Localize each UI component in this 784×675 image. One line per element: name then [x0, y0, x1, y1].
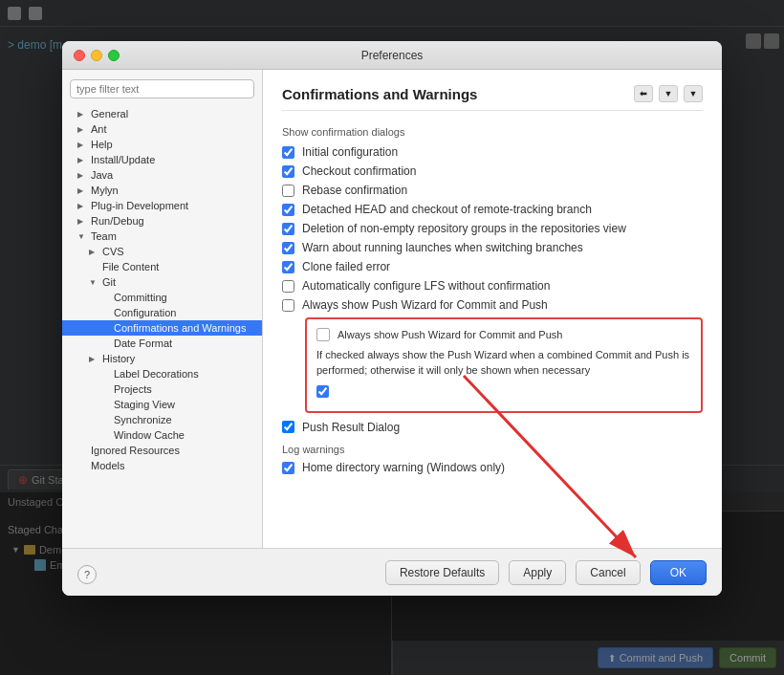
- cancel-button[interactable]: Cancel: [576, 560, 640, 585]
- traffic-lights: [74, 50, 120, 61]
- arrow-icon: ▶: [77, 141, 87, 149]
- sidebar-item-mylyn[interactable]: ▶ Mylyn: [62, 183, 262, 198]
- sidebar-item-run-debug[interactable]: ▶ Run/Debug: [62, 213, 262, 229]
- checkbox-initial-config-input[interactable]: [282, 146, 294, 159]
- sidebar-item-committing[interactable]: Committing: [62, 290, 262, 305]
- sidebar-item-synchronize[interactable]: Synchronize: [62, 412, 262, 427]
- nav-back-icon[interactable]: ⬅: [634, 85, 653, 102]
- ok-button[interactable]: OK: [650, 560, 707, 585]
- apply-label: Apply: [523, 566, 552, 579]
- arrow-icon: ▶: [77, 125, 87, 134]
- checkbox-always-push: Always show Push Wizard for Commit and P…: [282, 298, 703, 312]
- sidebar-item-help[interactable]: ▶ Help: [62, 137, 262, 152]
- sidebar-item-staging-view[interactable]: Staging View: [62, 397, 262, 412]
- checkbox-clone-failed-label: Clone failed error: [302, 260, 390, 273]
- sidebar-item-general[interactable]: ▶ General: [62, 106, 262, 121]
- push-result-row: Push Result Dialog: [282, 421, 703, 434]
- checkbox-detached-head: Detached HEAD and checkout of remote-tra…: [282, 203, 703, 216]
- pref-sidebar: ▶ General ▶ Ant ▶ Help ▶ Install/Update …: [62, 70, 263, 548]
- sidebar-search[interactable]: [70, 79, 254, 98]
- arrow-icon: ▶: [89, 355, 98, 363]
- checkbox-auto-lfs: Automatically configure LFS without conf…: [282, 279, 703, 293]
- checkbox-warn-launches-label: Warn about running launches when switchi…: [302, 241, 583, 254]
- arrow-icon: ▼: [89, 278, 98, 287]
- sidebar-item-java[interactable]: ▶ Java: [62, 167, 262, 183]
- tooltip-header: Always show Push Wizard for Commit and P…: [316, 327, 691, 343]
- checkbox-deletion: Deletion of non-empty repository groups …: [282, 222, 703, 235]
- sidebar-item-team[interactable]: ▼ Team: [62, 229, 262, 244]
- checkbox-home-dir-input[interactable]: [282, 462, 294, 474]
- checkbox-always-push-label: Always show Push Wizard for Commit and P…: [302, 298, 548, 312]
- checkbox-home-dir-label: Home directory warning (Windows only): [302, 461, 505, 474]
- apply-button[interactable]: Apply: [509, 560, 566, 585]
- tooltip-header-text: Always show Push Wizard for Commit and P…: [338, 327, 562, 343]
- close-traffic-light[interactable]: [74, 50, 85, 61]
- checkbox-warn-launches: Warn about running launches when switchi…: [282, 241, 703, 254]
- push-wizard-tooltip: Always show Push Wizard for Commit and P…: [305, 317, 703, 413]
- dialog-title: Preferences: [361, 49, 424, 62]
- checkbox-clone-failed-input[interactable]: [282, 261, 294, 273]
- sidebar-item-confirmations[interactable]: Confirmations and Warnings: [62, 320, 262, 336]
- dialog-footer: ? Restore Defaults Apply Cancel OK: [62, 548, 722, 596]
- checkbox-home-dir: Home directory warning (Windows only): [282, 461, 703, 474]
- modal-overlay: Preferences ▶ General ▶ Ant ▶: [0, 0, 784, 675]
- nav-dropdown-icon[interactable]: ▼: [659, 85, 678, 102]
- cancel-label: Cancel: [590, 566, 625, 579]
- checkbox-inside-tooltip: [316, 384, 691, 398]
- sidebar-item-file-content[interactable]: File Content: [62, 259, 262, 274]
- sidebar-item-ignored-resources[interactable]: Ignored Resources: [62, 443, 262, 458]
- checkbox-clone-failed: Clone failed error: [282, 260, 703, 273]
- arrow-icon: ▶: [77, 217, 87, 226]
- checkbox-rebase-confirm-input[interactable]: [282, 185, 294, 197]
- nav-menu-icon[interactable]: ▼: [684, 85, 703, 102]
- sidebar-item-label-decorations[interactable]: Label Decorations: [62, 366, 262, 381]
- help-button[interactable]: ?: [77, 565, 97, 584]
- content-title-text: Confirmations and Warnings: [282, 86, 477, 102]
- checkbox-detached-head-label: Detached HEAD and checkout of remote-tra…: [302, 203, 592, 216]
- show-confirmation-label: Show confirmation dialogs: [282, 126, 703, 138]
- log-warnings-section-label: Log warnings: [282, 444, 703, 455]
- sidebar-item-models[interactable]: Models: [62, 458, 262, 473]
- checkbox-always-push-input[interactable]: [282, 299, 294, 312]
- sidebar-item-cvs[interactable]: ▶ CVS: [62, 244, 262, 259]
- checkbox-deletion-input[interactable]: [282, 223, 294, 235]
- arrow-icon: ▶: [77, 202, 87, 210]
- restore-defaults-button[interactable]: Restore Defaults: [385, 560, 499, 585]
- checkbox-detached-head-input[interactable]: [282, 204, 294, 216]
- sidebar-item-git[interactable]: ▼ Git: [62, 274, 262, 290]
- maximize-traffic-light[interactable]: [108, 50, 120, 61]
- tooltip-body-text: If checked always show the Push Wizard w…: [316, 347, 691, 379]
- arrow-icon: ▶: [77, 156, 87, 164]
- checkbox-inside-tooltip-input[interactable]: [316, 385, 329, 398]
- checkbox-auto-lfs-input[interactable]: [282, 280, 294, 293]
- sidebar-item-ant[interactable]: ▶ Ant: [62, 121, 262, 137]
- checkbox-push-result-input[interactable]: [282, 421, 294, 433]
- checkbox-initial-config-label: Initial configuration: [302, 145, 398, 159]
- checkbox-push-result-label: Push Result Dialog: [302, 421, 400, 434]
- question-mark-icon: ?: [84, 569, 90, 580]
- ok-label: OK: [670, 566, 686, 579]
- sidebar-item-window-cache[interactable]: Window Cache: [62, 427, 262, 443]
- sidebar-item-configuration[interactable]: Configuration: [62, 305, 262, 320]
- checkbox-rebase-confirm: Rebase confirmation: [282, 184, 703, 197]
- dialog-titlebar: Preferences: [62, 41, 722, 70]
- arrow-icon: ▶: [77, 171, 87, 180]
- dialog-body: ▶ General ▶ Ant ▶ Help ▶ Install/Update …: [62, 70, 722, 548]
- sidebar-item-date-format[interactable]: Date Format: [62, 336, 262, 351]
- minimize-traffic-light[interactable]: [91, 50, 102, 61]
- checkbox-warn-launches-input[interactable]: [282, 242, 294, 254]
- checkbox-checkout-confirm-label: Checkout confirmation: [302, 164, 416, 178]
- restore-defaults-label: Restore Defaults: [400, 566, 485, 579]
- sidebar-item-projects[interactable]: Projects: [62, 381, 262, 397]
- sidebar-item-install[interactable]: ▶ Install/Update: [62, 152, 262, 167]
- filter-input[interactable]: [70, 79, 254, 98]
- arrow-icon: ▶: [77, 110, 87, 119]
- checkbox-checkout-confirm-input[interactable]: [282, 165, 294, 178]
- sidebar-item-plugin-dev[interactable]: ▶ Plug-in Development: [62, 198, 262, 213]
- tooltip-checkbox-icon: [316, 328, 330, 341]
- arrow-icon: ▶: [77, 186, 87, 195]
- arrow-icon: ▼: [77, 232, 87, 241]
- sidebar-item-history[interactable]: ▶ History: [62, 351, 262, 366]
- content-title-row: Confirmations and Warnings ⬅ ▼ ▼: [282, 85, 703, 111]
- preferences-dialog: Preferences ▶ General ▶ Ant ▶: [62, 41, 722, 596]
